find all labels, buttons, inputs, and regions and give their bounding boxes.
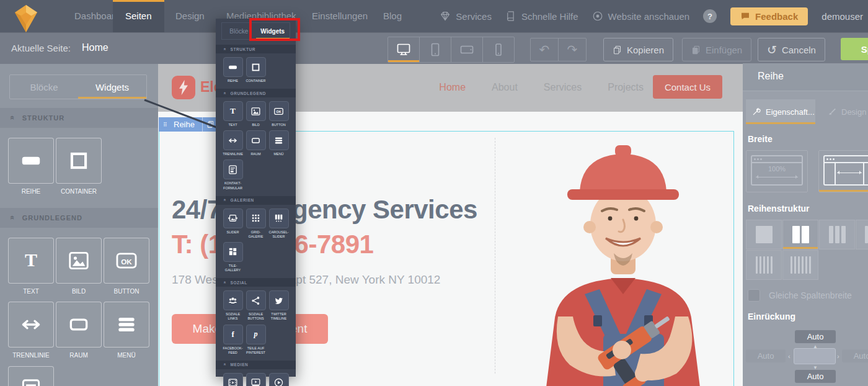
tablet-portrait-icon [428,42,443,57]
device-tablet-landscape-button[interactable] [451,37,483,62]
widget-tile-button[interactable]: OKBUTTON [104,238,149,295]
widget-tile-reihe[interactable]: REIHE [222,57,244,83]
site-nav-home[interactable]: Home [439,82,466,93]
sidebar-tabs: Blöcke Widgets [9,74,147,99]
widget-tile-raum[interactable]: RAUM [245,130,267,156]
topbar-nav-blog[interactable]: Blog [371,0,414,32]
topbar-nav-einstellungen[interactable]: Einstellungen [299,0,380,32]
widget-tile-tile-gallery[interactable]: TILE-GALLERY [222,242,244,272]
panel-tab-widgets[interactable]: Widgets [256,23,290,39]
widget-tile-trennlinie[interactable]: TRENNLINIE [9,302,53,359]
widget-tile-kontakt-formular[interactable]: KONTAKT-FORMULAR [9,366,53,386]
widget-tile-kontakt-formular[interactable]: KONTAKT-FORMULAR [222,159,244,190]
widget-tile-carousel-slider[interactable]: CAROUSEL-SLIDER [268,209,290,239]
panel-tab-bloecke[interactable]: Blöcke [222,23,256,39]
section-header-sozial[interactable]: «SOZIAL [216,278,296,287]
user-name[interactable]: demouser [822,11,863,22]
widget-tile-slider[interactable]: SLIDER [222,209,244,239]
topbar-nav-design[interactable]: Design [163,0,217,32]
help-icon[interactable]: ? [703,9,717,23]
widget-tile-menü[interactable]: MENÜ [104,302,149,359]
schnelle-hilfe-menu[interactable]: Schnelle Hilfe [505,11,578,22]
widget-tile-raum[interactable]: RAUM [56,302,101,359]
widget-tile-bild[interactable]: BILD [56,238,101,295]
builder-logo-icon[interactable] [14,4,38,29]
feedback-button[interactable]: Feedback [730,7,808,25]
widget-tile-container[interactable]: CONTAINER [56,138,101,195]
row-tag[interactable]: ⠿ Reihe [159,117,219,132]
redo-button[interactable]: ↷ [559,38,586,61]
section-title: STRUKTUR [22,114,65,122]
widget-tile-soziale-links[interactable]: SOZIALE LINKS [222,290,244,321]
tab-design-label: Design [841,107,866,117]
undo-button[interactable]: ↶ [531,38,559,61]
section-header-grundlegend[interactable]: «GRUNDLEGEND [216,89,296,97]
widget-tile-bild[interactable]: BILD [245,101,267,127]
device-desktop-button[interactable] [388,37,420,62]
sidebar-tab-bloecke[interactable]: Blöcke [10,75,78,99]
widget-tile-videopla[interactable]: VIDEOPLA... [245,373,267,386]
widget-tile-button[interactable]: OKBUTTON [268,101,290,127]
margin-bottom-auto-button[interactable]: Auto [795,370,836,383]
tab-design[interactable]: Design [822,99,868,124]
widget-tile-menü[interactable]: MENÜ [268,130,290,156]
section-header-galerien[interactable]: «GALERIEN [216,196,296,205]
site-logo[interactable] [172,76,195,99]
canceln-button[interactable]: ↺ Canceln [758,38,825,61]
margin-left-auto-button[interactable]: Auto [746,349,786,362]
equal-columns-checkbox[interactable] [748,289,760,302]
row-structure-4-columns[interactable] [856,220,868,249]
carousel-icon [269,209,289,228]
device-tablet-portrait-button[interactable] [420,37,451,62]
row-structure-2-columns-selected[interactable] [782,220,818,249]
site-nav-services[interactable]: Services [544,82,582,93]
services-menu[interactable]: Services [440,11,492,22]
widget-tile-reihe[interactable]: REIHE [9,138,53,195]
widget-tile-label: CAROUSEL-SLIDER [267,230,290,239]
feedback-label: Feedback [755,11,798,22]
widget-tile-video[interactable]: VIDEO [222,373,244,386]
site-nav-projects[interactable]: Projects [608,82,644,93]
current-page-name[interactable]: Home [82,42,108,53]
section-header-struktur[interactable]: «STRUKTUR [0,108,158,128]
section-header-medien[interactable]: «MEDIEN [216,361,296,369]
margin-center-input[interactable] [794,348,836,364]
tab-eigenschaften[interactable]: Eigenschaft... [746,99,815,124]
width-option-full[interactable]: 100% [746,150,808,192]
row-structure-3-columns[interactable] [819,220,855,249]
einfuegen-button[interactable]: Einfügen [682,38,751,61]
videoplayer-icon [246,373,266,386]
widget-tile-soziale-buttons[interactable]: SOZIALE BUTTONS [245,290,267,321]
widget-tile-facebook-feed[interactable]: fFACEBOOK-FEED [222,325,244,355]
row-structure-6-columns[interactable] [782,250,818,280]
collapse-chevron-icon: « [223,364,227,367]
width-option-boxed[interactable] [818,150,868,192]
widget-tile-container[interactable]: CONTAINER [245,57,267,83]
widget-tile-audiopla[interactable]: AUDIOPLA... [268,373,290,386]
widget-tile-trennlinie[interactable]: TRENNLINIE [222,130,244,156]
section-tiles: VIDEOVIDEOPLA...AUDIOPLA... [216,373,296,386]
device-phone-button[interactable] [483,37,514,62]
site-nav-about[interactable]: About [492,82,518,93]
widget-tile-twitter-timeline[interactable]: TWITTER TIMELINE [268,290,290,321]
widget-tile-grid-galerie[interactable]: GRID-GALERIE [245,209,267,239]
section-header-grundlegend[interactable]: «GRUNDLEGEND [0,208,158,228]
widget-tile-teile-auf-pinterest[interactable]: pTEILE AUF PINTEREST [245,325,267,355]
speichern-button[interactable]: Speichern [841,38,868,60]
kopieren-button[interactable]: Kopieren [603,38,673,61]
widget-tile-text[interactable]: TTEXT [9,238,53,295]
website-anschauen-menu[interactable]: Website anschauen [592,11,689,22]
topbar-nav-seiten[interactable]: Seiten [113,0,164,32]
section-header-struktur[interactable]: «STRUKTUR [216,45,296,53]
margin-right-auto-button[interactable]: Auto [842,349,868,362]
sidebar-tab-widgets[interactable]: Widgets [78,75,146,99]
widget-tile-text[interactable]: TTEXT [222,101,244,127]
site-contact-us-button[interactable]: Contact Us [653,75,722,99]
drag-handle-icon[interactable]: ⠿ [159,117,172,132]
paste-icon [691,45,701,55]
gem-icon [440,11,451,22]
row-structure-5-columns[interactable] [746,250,782,280]
row-structure-1-columns[interactable] [746,220,782,249]
margin-top-auto-button[interactable]: Auto [795,330,836,343]
undo-redo-group: ↶ ↷ [530,38,587,61]
